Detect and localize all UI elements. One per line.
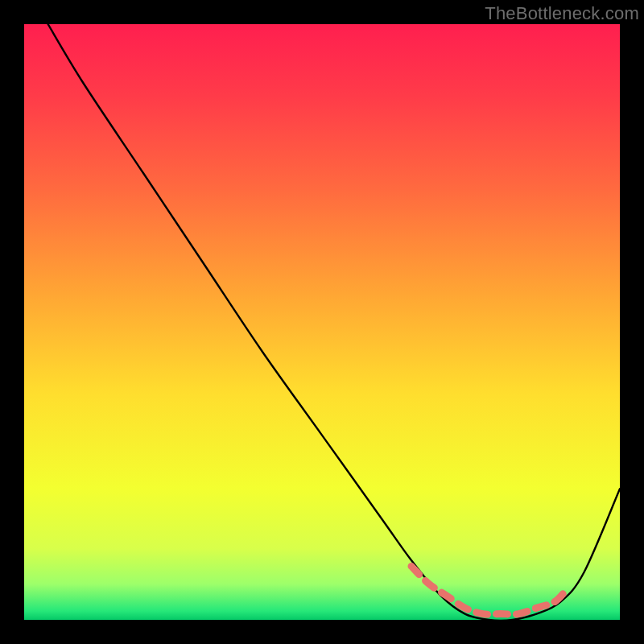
plot-area	[24, 24, 620, 620]
watermark-text: TheBottleneck.com	[485, 3, 639, 24]
bottleneck-chart	[24, 24, 620, 620]
gradient-background	[24, 24, 620, 620]
chart-frame: TheBottleneck.com	[0, 0, 644, 644]
